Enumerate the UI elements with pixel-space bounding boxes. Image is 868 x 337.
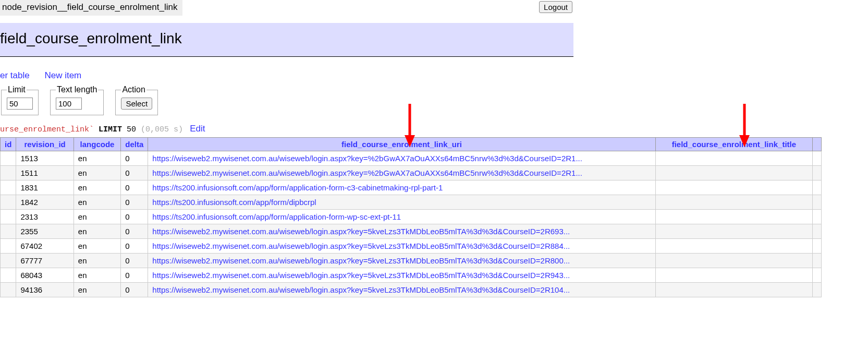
- table-cell: [655, 254, 812, 268]
- col-title[interactable]: field_course_enrolment_link_title: [672, 140, 796, 149]
- table-cell: [812, 254, 821, 268]
- data-table: id revision_id langcode delta field_cour…: [0, 137, 822, 297]
- table-cell: 67402: [16, 239, 74, 254]
- table-cell: [655, 239, 812, 254]
- uri-link[interactable]: https://wiseweb2.mywisenet.com.au/wisewe…: [152, 271, 570, 280]
- table-cell: [655, 224, 812, 239]
- table-cell: [812, 268, 821, 283]
- table-row[interactable]: 1511en0https://wiseweb2.mywisenet.com.au…: [1, 166, 822, 180]
- table-cell: https://wiseweb2.mywisenet.com.au/wisewe…: [148, 283, 655, 297]
- table-cell: 0: [121, 210, 148, 224]
- table-cell: [812, 224, 821, 239]
- table-cell: [1, 268, 16, 283]
- table-actions: er table New item: [0, 70, 868, 81]
- table-cell: 0: [121, 195, 148, 210]
- sql-keyword: LIMIT: [99, 125, 122, 134]
- table-row[interactable]: 1513en0https://wiseweb2.mywisenet.com.au…: [1, 151, 822, 166]
- table-cell: [812, 283, 821, 297]
- col-id[interactable]: id: [5, 140, 11, 149]
- breadcrumb[interactable]: node_revision__field_course_enrolment_li…: [0, 0, 182, 16]
- table-cell: [655, 151, 812, 166]
- limit-legend: Limit: [7, 85, 27, 94]
- table-row[interactable]: 94136en0https://wiseweb2.mywisenet.com.a…: [1, 283, 822, 297]
- textlength-input[interactable]: [56, 98, 82, 110]
- table-row[interactable]: 68043en0https://wiseweb2.mywisenet.com.a…: [1, 268, 822, 283]
- table-cell: en: [74, 254, 120, 268]
- table-cell: [812, 195, 821, 210]
- table-cell: 0: [121, 180, 148, 195]
- uri-link[interactable]: https://wiseweb2.mywisenet.com.au/wisewe…: [152, 256, 570, 265]
- uri-link[interactable]: https://ts200.infusionsoft.com/app/form/…: [152, 183, 443, 192]
- limit-fieldset: Limit: [1, 85, 39, 115]
- uri-link[interactable]: https://ts200.infusionsoft.com/app/form/…: [152, 198, 316, 207]
- table-header-row: id revision_id langcode delta field_cour…: [1, 138, 822, 151]
- col-langcode[interactable]: langcode: [80, 140, 115, 149]
- table-cell: 2355: [16, 224, 74, 239]
- table-cell: https://wiseweb2.mywisenet.com.au/wisewe…: [148, 239, 655, 254]
- table-cell: https://wiseweb2.mywisenet.com.au/wisewe…: [148, 254, 655, 268]
- page-title: field_course_enrolment_link: [0, 30, 573, 47]
- col-uri[interactable]: field_course_enrolment_link_uri: [341, 140, 462, 149]
- col-revision-id[interactable]: revision_id: [25, 140, 66, 149]
- table-cell: [812, 151, 821, 166]
- table-cell: [655, 180, 812, 195]
- col-trailing: [812, 138, 821, 151]
- title-band: field_course_enrolment_link: [0, 23, 573, 57]
- uri-link[interactable]: https://wiseweb2.mywisenet.com.au/wisewe…: [152, 285, 570, 294]
- table-cell: [1, 254, 16, 268]
- table-cell: 0: [121, 268, 148, 283]
- table-cell: 0: [121, 224, 148, 239]
- table-cell: 67777: [16, 254, 74, 268]
- table-cell: https://ts200.infusionsoft.com/app/form/…: [148, 180, 655, 195]
- new-item-link[interactable]: New item: [44, 70, 81, 80]
- table-row[interactable]: 2313en0https://ts200.infusionsoft.com/ap…: [1, 210, 822, 224]
- table-cell: en: [74, 180, 120, 195]
- col-delta[interactable]: delta: [125, 140, 143, 149]
- limit-input[interactable]: [7, 98, 33, 110]
- table-cell: 0: [121, 166, 148, 180]
- table-cell: en: [74, 166, 120, 180]
- logout-button[interactable]: Logout: [539, 1, 572, 13]
- table-cell: 1511: [16, 166, 74, 180]
- table-cell: https://wiseweb2.mywisenet.com.au/wisewe…: [148, 268, 655, 283]
- table-cell: 0: [121, 283, 148, 297]
- sql-limit-num: 50: [127, 125, 136, 134]
- table-cell: https://wiseweb2.mywisenet.com.au/wisewe…: [148, 166, 655, 180]
- textlength-legend: Text length: [56, 85, 98, 94]
- table-cell: 0: [121, 151, 148, 166]
- select-button[interactable]: Select: [121, 98, 152, 110]
- alter-table-link[interactable]: er table: [0, 70, 30, 80]
- table-cell: [1, 210, 16, 224]
- table-row[interactable]: 67402en0https://wiseweb2.mywisenet.com.a…: [1, 239, 822, 254]
- action-fieldset: Action Select: [115, 85, 158, 115]
- table-row[interactable]: 2355en0https://wiseweb2.mywisenet.com.au…: [1, 224, 822, 239]
- table-cell: [655, 195, 812, 210]
- table-cell: [1, 224, 16, 239]
- table-cell: https://wiseweb2.mywisenet.com.au/wisewe…: [148, 224, 655, 239]
- table-cell: en: [74, 239, 120, 254]
- table-cell: [812, 166, 821, 180]
- sql-edit-link[interactable]: Edit: [190, 124, 205, 134]
- table-cell: en: [74, 195, 120, 210]
- table-cell: 0: [121, 254, 148, 268]
- uri-link[interactable]: https://wiseweb2.mywisenet.com.au/wisewe…: [152, 154, 582, 163]
- table-row[interactable]: 1831en0https://ts200.infusionsoft.com/ap…: [1, 180, 822, 195]
- table-cell: [655, 268, 812, 283]
- table-cell: en: [74, 210, 120, 224]
- uri-link[interactable]: https://wiseweb2.mywisenet.com.au/wisewe…: [152, 227, 570, 236]
- table-cell: 1831: [16, 180, 74, 195]
- table-row[interactable]: 67777en0https://wiseweb2.mywisenet.com.a…: [1, 254, 822, 268]
- uri-link[interactable]: https://wiseweb2.mywisenet.com.au/wisewe…: [152, 242, 570, 250]
- table-cell: [1, 166, 16, 180]
- table-cell: en: [74, 224, 120, 239]
- table-cell: [812, 210, 821, 224]
- table-cell: en: [74, 268, 120, 283]
- table-row[interactable]: 1842en0https://ts200.infusionsoft.com/ap…: [1, 195, 822, 210]
- sql-time: (0,005 s): [141, 125, 183, 134]
- table-cell: 2313: [16, 210, 74, 224]
- table-cell: 1513: [16, 151, 74, 166]
- uri-link[interactable]: https://wiseweb2.mywisenet.com.au/wisewe…: [152, 168, 582, 177]
- table-cell: https://ts200.infusionsoft.com/app/form/…: [148, 195, 655, 210]
- uri-link[interactable]: https://ts200.infusionsoft.com/app/form/…: [152, 212, 401, 221]
- table-cell: [1, 151, 16, 166]
